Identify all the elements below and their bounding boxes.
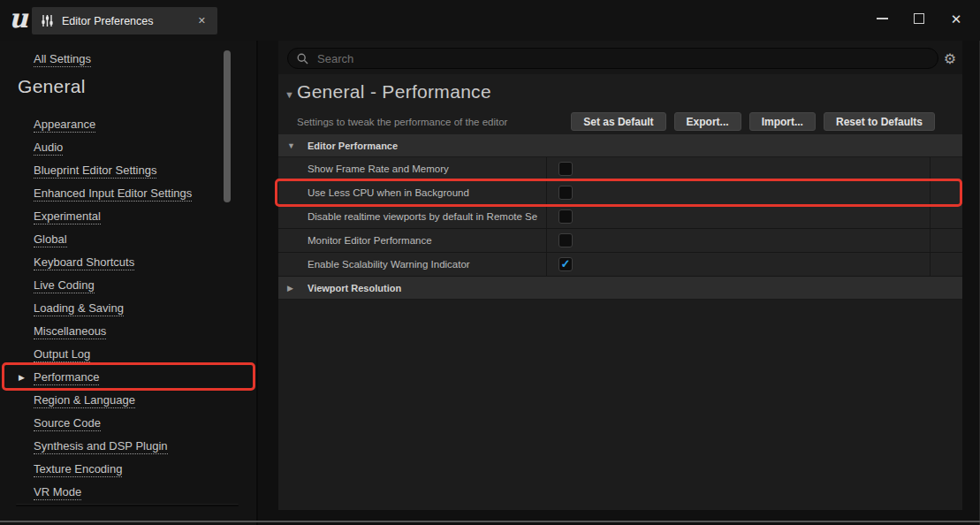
search-icon bbox=[297, 53, 308, 65]
column-divider bbox=[930, 181, 931, 204]
minimize-button[interactable] bbox=[863, 0, 900, 37]
checkbox-use-less-cpu[interactable]: ✓ bbox=[558, 186, 573, 200]
column-divider bbox=[930, 205, 931, 228]
sidebar-item-performance[interactable]: ▶Performance bbox=[0, 366, 256, 389]
tab-close-icon[interactable]: ✕ bbox=[195, 13, 209, 28]
sidebar-item-synthesis-dsp-plugin[interactable]: ▶Synthesis and DSP Plugin bbox=[0, 435, 256, 458]
page-title: General - Performance bbox=[297, 81, 491, 103]
section-viewport-resolution[interactable]: ▶ Viewport Resolution bbox=[278, 277, 962, 300]
minimize-icon bbox=[877, 18, 888, 19]
sidebar-item-loading-saving[interactable]: ▶Loading & Saving bbox=[0, 297, 256, 320]
column-divider bbox=[930, 157, 931, 180]
maximize-button[interactable] bbox=[900, 0, 938, 37]
setting-row-disable-realtime-viewports: Disable realtime viewports by default in… bbox=[278, 205, 962, 229]
search-box[interactable] bbox=[287, 48, 938, 69]
sidebar-item-source-code[interactable]: ▶Source Code bbox=[0, 412, 256, 435]
gear-icon[interactable]: ⚙ bbox=[940, 48, 960, 69]
editor-preferences-window: u Editor Preferences ✕ ✕ All Settings Ge… bbox=[0, 0, 980, 525]
sidebar-list: ▶Appearance ▶Audio ▶Blueprint Editor Set… bbox=[0, 113, 256, 504]
export-button[interactable]: Export... bbox=[674, 112, 741, 131]
column-divider bbox=[546, 205, 547, 228]
checkmark-icon: ✓ bbox=[561, 258, 571, 270]
header-buttons: Set as Default Export... Import... Reset… bbox=[571, 112, 935, 131]
tab-title: Editor Preferences bbox=[62, 15, 154, 27]
sidebar-item-vr-mode[interactable]: ▶VR Mode bbox=[0, 481, 256, 504]
window-controls: ✕ bbox=[863, 0, 975, 37]
sliders-icon bbox=[41, 14, 54, 27]
window-bottom-edge bbox=[0, 521, 980, 522]
setting-row-use-less-cpu: Use Less CPU when in Background ✓ bbox=[278, 181, 962, 205]
sidebar-item-texture-encoding[interactable]: ▶Texture Encoding bbox=[0, 458, 256, 481]
column-divider bbox=[546, 253, 547, 276]
title-bar: u Editor Preferences ✕ ✕ bbox=[0, 0, 980, 41]
column-divider bbox=[546, 229, 547, 252]
sidebar-item-all-settings[interactable]: All Settings bbox=[34, 52, 91, 65]
sidebar-section-general: General bbox=[18, 76, 86, 97]
tab-editor-preferences[interactable]: Editor Preferences ✕ bbox=[32, 7, 217, 34]
sidebar-scrollbar[interactable] bbox=[224, 50, 231, 202]
setting-row-monitor-editor-performance: Monitor Editor Performance ✓ bbox=[278, 229, 962, 253]
selected-arrow-icon: ▶ bbox=[19, 366, 25, 389]
close-icon: ✕ bbox=[951, 12, 962, 26]
import-button[interactable]: Import... bbox=[749, 112, 816, 131]
sidebar-item-live-coding[interactable]: ▶Live Coding bbox=[0, 274, 256, 297]
close-button[interactable]: ✕ bbox=[938, 0, 975, 37]
section-editor-performance[interactable]: ▼ Editor Performance bbox=[278, 134, 962, 157]
sidebar-item-miscellaneous[interactable]: ▶Miscellaneous bbox=[0, 320, 256, 343]
maximize-icon bbox=[914, 13, 924, 24]
search-input[interactable] bbox=[315, 51, 929, 66]
set-as-default-button[interactable]: Set as Default bbox=[571, 112, 665, 131]
category-collapse-icon[interactable]: ▼ bbox=[285, 89, 294, 100]
sidebar-item-blueprint-editor-settings[interactable]: ▶Blueprint Editor Settings bbox=[0, 159, 256, 182]
settings-main-panel: ⚙ ▼ General - Performance Settings to tw… bbox=[278, 41, 962, 510]
checkbox-disable-realtime-viewports[interactable]: ✓ bbox=[558, 209, 573, 224]
sidebar-item-global[interactable]: ▶Global bbox=[0, 228, 256, 251]
page-subtitle: Settings to tweak the performance of the… bbox=[297, 117, 507, 127]
settings-table: ▼ Editor Performance Show Frame Rate and… bbox=[278, 134, 962, 300]
section-collapsed-icon: ▶ bbox=[287, 277, 293, 300]
sidebar-item-audio[interactable]: ▶Audio bbox=[0, 136, 256, 159]
sidebar-item-output-log[interactable]: ▶Output Log bbox=[0, 343, 256, 366]
column-divider bbox=[930, 229, 931, 252]
checkbox-monitor-editor-performance[interactable]: ✓ bbox=[558, 233, 573, 247]
sidebar-item-appearance[interactable]: ▶Appearance bbox=[0, 113, 256, 136]
sidebar-item-region-language[interactable]: ▶Region & Language bbox=[0, 389, 256, 412]
settings-sidebar: All Settings General ▶Appearance ▶Audio … bbox=[0, 41, 258, 525]
column-divider bbox=[930, 253, 931, 276]
sidebar-item-enhanced-input-editor-settings[interactable]: ▶Enhanced Input Editor Settings bbox=[0, 182, 256, 205]
search-row: ⚙ bbox=[278, 41, 962, 74]
section-expanded-icon: ▼ bbox=[287, 134, 295, 157]
sidebar-divider bbox=[16, 505, 239, 506]
checkbox-show-frame-rate[interactable]: ✓ bbox=[558, 162, 573, 176]
setting-row-show-frame-rate: Show Frame Rate and Memory ✓ bbox=[278, 157, 962, 181]
column-divider bbox=[546, 157, 547, 180]
reset-to-defaults-button[interactable]: Reset to Defaults bbox=[824, 112, 935, 131]
unreal-engine-logo-icon: u bbox=[6, 4, 31, 34]
checkbox-enable-scalability-warning[interactable]: ✓ bbox=[558, 257, 573, 271]
sidebar-item-experimental[interactable]: ▶Experimental bbox=[0, 205, 256, 228]
setting-row-enable-scalability-warning: Enable Scalability Warning Indicator ✓ bbox=[278, 253, 962, 277]
column-divider bbox=[546, 181, 547, 204]
sidebar-item-keyboard-shortcuts[interactable]: ▶Keyboard Shortcuts bbox=[0, 251, 256, 274]
